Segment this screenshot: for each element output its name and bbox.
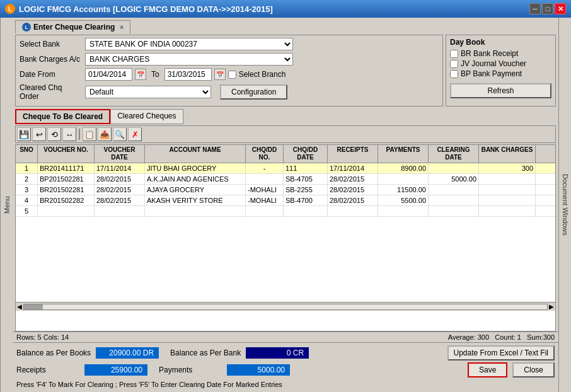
date-to-calendar[interactable]: 📅 bbox=[214, 69, 226, 80]
br-checkbox[interactable] bbox=[450, 50, 458, 58]
document-windows-sidebar[interactable]: Document Windows bbox=[558, 18, 571, 392]
date-to-label: To bbox=[151, 70, 159, 79]
balance-row: Balance as Per Books 20900.00 DR Balance… bbox=[16, 345, 555, 360]
save-toolbar-button[interactable]: 💾 bbox=[17, 127, 31, 141]
balance-books-value: 20900.00 DR bbox=[96, 347, 159, 359]
configuration-button[interactable]: Configuration bbox=[220, 84, 287, 100]
col-chqdd-date: CHQ/DD DATE bbox=[284, 145, 328, 163]
cell-date: 28/02/2015 bbox=[95, 185, 145, 195]
maximize-button[interactable]: □ bbox=[542, 3, 553, 14]
cell-chqno: - bbox=[246, 163, 284, 173]
export-button[interactable]: 📤 bbox=[98, 127, 112, 141]
bp-checkbox[interactable] bbox=[450, 70, 458, 78]
scroll-right-arrow[interactable]: ▶ bbox=[549, 303, 554, 310]
menu-sidebar[interactable]: Menu bbox=[0, 18, 13, 392]
table-row[interactable]: 1 BR201411171 17/11/2014 JITU BHAI GROCE… bbox=[16, 163, 555, 174]
cell-chqdate: SB-4700 bbox=[284, 195, 328, 205]
expand-button[interactable]: ↔ bbox=[62, 127, 76, 141]
tab-cleared-cheques[interactable]: Cleared Cheques bbox=[110, 109, 183, 124]
col-account-name: ACCOUNT NAME bbox=[145, 145, 246, 163]
date-row: Date From 📅 To 📅 Select Branch bbox=[20, 68, 439, 81]
tab-close-button[interactable]: × bbox=[120, 24, 124, 31]
undo-button[interactable]: ↩ bbox=[32, 127, 46, 141]
jv-checkbox[interactable] bbox=[450, 60, 458, 68]
cell-payments bbox=[429, 185, 479, 195]
table-row[interactable]: 2 BP201502281 28/02/2015 A.K.JAIN AND AG… bbox=[16, 174, 555, 185]
cell-receiptdate: 17/11/2014 bbox=[328, 163, 378, 173]
select-bank-dropdown[interactable]: STATE BANK OF INDIA 000237 bbox=[85, 38, 293, 50]
tab-cheque-to-be-cleared[interactable]: Cheque To Be Cleared bbox=[15, 109, 110, 124]
receipts-label: Receipts bbox=[16, 366, 79, 374]
horizontal-scrollbar[interactable]: ◀ ▶ bbox=[16, 302, 555, 311]
cell-chqno: -MOHALI bbox=[246, 195, 284, 205]
cell-account: AKASH VERITY STORE bbox=[145, 195, 246, 205]
cell-charges[interactable]: 300 bbox=[479, 163, 536, 173]
table-row[interactable]: 5 bbox=[16, 206, 555, 217]
col-clearing-date: CLEARING DATE bbox=[429, 145, 479, 163]
copy-button[interactable]: 📋 bbox=[83, 127, 96, 141]
balance-books-label: Balance as Per Books bbox=[16, 349, 91, 357]
cell-payments bbox=[429, 195, 479, 205]
cell-receipts bbox=[378, 206, 429, 216]
cell-receipts: 5500.00 bbox=[378, 195, 429, 205]
cell-sno: 5 bbox=[16, 206, 38, 216]
cell-sno: 1 bbox=[16, 163, 38, 173]
br-row: BR Bank Receipt bbox=[450, 49, 551, 58]
sub-tabs: Cheque To Be Cleared Cleared Cheques bbox=[15, 109, 556, 124]
table-row[interactable]: 3 BR201502281 28/02/2015 AJAYA GROCERY -… bbox=[16, 185, 555, 195]
search-button[interactable]: 🔍 bbox=[113, 127, 127, 141]
scroll-left-arrow[interactable]: ◀ bbox=[17, 303, 22, 310]
cell-charges bbox=[479, 206, 536, 216]
date-from-input[interactable] bbox=[85, 68, 132, 81]
cleared-chq-dropdown[interactable]: Default bbox=[85, 86, 211, 98]
scroll-track[interactable] bbox=[23, 304, 548, 310]
tab-enter-cheque-clearing[interactable]: L Enter Cheque Clearing × bbox=[15, 20, 130, 33]
cell-chqno bbox=[246, 206, 284, 216]
cell-voucher bbox=[38, 206, 95, 216]
cell-chqno bbox=[246, 174, 284, 184]
select-branch-checkbox[interactable] bbox=[228, 71, 236, 79]
minimize-button[interactable]: ─ bbox=[529, 3, 541, 14]
jv-label: JV Journal Voucher bbox=[461, 59, 526, 68]
cell-account: A.K.JAIN AND AGENICES bbox=[145, 174, 246, 184]
cell-date: 17/11/2014 bbox=[95, 163, 145, 173]
bank-charges-dropdown[interactable]: BANK CHARGES bbox=[85, 53, 293, 66]
data-grid: SNO VOUCHER NO. VOUCHER DATE ACCOUNT NAM… bbox=[15, 144, 556, 331]
payments-label: Payments bbox=[159, 366, 222, 374]
refresh-button[interactable]: Refresh bbox=[450, 83, 551, 98]
scroll-thumb[interactable] bbox=[24, 304, 43, 309]
cell-chqdate: SB-2255 bbox=[284, 185, 328, 195]
tab-icon: L bbox=[22, 23, 31, 32]
table-row[interactable]: 4 BR201502282 28/02/2015 AKASH VERITY ST… bbox=[16, 195, 555, 206]
cleared-chq-label: Cleared Chq Order bbox=[20, 83, 83, 101]
date-from-calendar[interactable]: 📅 bbox=[135, 69, 146, 80]
grid-body: 1 BR201411171 17/11/2014 JITU BHAI GROCE… bbox=[16, 163, 555, 302]
cell-date: 28/02/2015 bbox=[95, 195, 145, 205]
cell-chqdate bbox=[284, 206, 328, 216]
cell-payments: 5000.00 bbox=[429, 174, 479, 184]
receipts-row: Receipts 25900.00 Payments 5000.00 Save … bbox=[16, 362, 555, 378]
refresh-toolbar-button[interactable]: ⟲ bbox=[47, 127, 61, 141]
delete-button[interactable]: ✗ bbox=[128, 127, 142, 141]
cell-chqno: -MOHALI bbox=[246, 185, 284, 195]
close-button[interactable]: Close bbox=[512, 362, 555, 378]
cell-sno: 4 bbox=[16, 195, 38, 205]
date-to-input[interactable] bbox=[164, 68, 212, 81]
cell-receiptdate: 28/02/2015 bbox=[328, 185, 378, 195]
cell-receiptdate: 28/02/2015 bbox=[328, 174, 378, 184]
update-excel-button[interactable]: Update From Excel / Text Fil bbox=[447, 345, 555, 360]
cell-voucher: BR201502282 bbox=[38, 195, 95, 205]
save-button[interactable]: Save bbox=[468, 362, 507, 378]
status-bar: Rows: 5 Cols: 14 Average: 300 Count: 1 S… bbox=[13, 331, 558, 342]
jv-row: JV Journal Voucher bbox=[450, 59, 551, 68]
day-book-label: Day Book bbox=[450, 38, 551, 47]
close-window-button[interactable]: ✕ bbox=[555, 3, 566, 14]
balance-bank-label: Balance as Per Bank bbox=[170, 349, 241, 357]
app-icon: L bbox=[5, 4, 15, 14]
cell-receiptdate: 28/02/2015 bbox=[328, 195, 378, 205]
toolbar: 💾 ↩ ⟲ ↔ 📋 📤 🔍 ✗ bbox=[15, 125, 556, 143]
window-title: LOGIC FMCG Accounts [LOGIC FMCG DEMO DAT… bbox=[19, 4, 273, 14]
cell-charges bbox=[479, 185, 536, 195]
cell-account bbox=[145, 206, 246, 216]
col-voucher-date: VOUCHER DATE bbox=[95, 145, 145, 163]
